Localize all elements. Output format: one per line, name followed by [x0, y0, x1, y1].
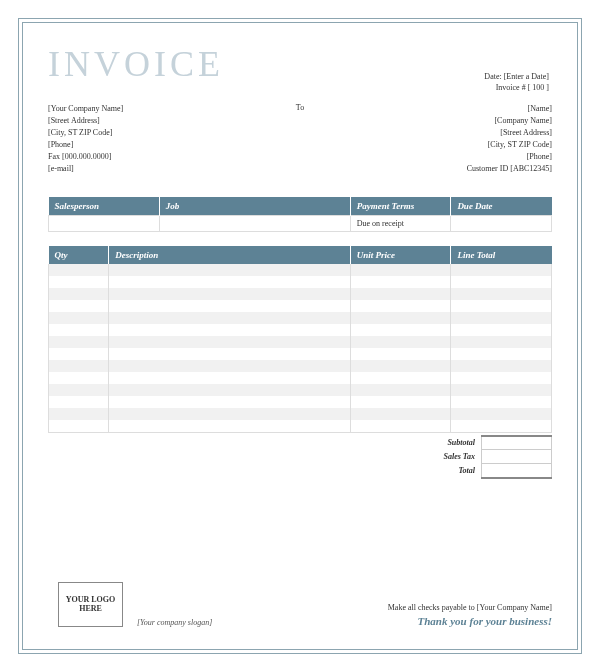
from-email: [e-mail] [48, 163, 123, 175]
table-row [49, 372, 552, 384]
table-row: Due on receipt [49, 216, 552, 232]
from-address: [Your Company Name] [Street Address] [Ci… [48, 103, 123, 175]
to-company: [Company Name] [467, 115, 552, 127]
th-salesperson: Salesperson [49, 197, 160, 216]
cell-job [159, 216, 350, 232]
table-row [49, 288, 552, 300]
cell-payment-terms: Due on receipt [350, 216, 451, 232]
salestax-value [482, 450, 552, 464]
table-row [49, 264, 552, 276]
table-row [49, 384, 552, 396]
table-row [49, 324, 552, 336]
table-row [49, 408, 552, 420]
cell-salesperson [49, 216, 160, 232]
from-city: [City, ST ZIP Code] [48, 127, 123, 139]
to-customer-id: Customer ID [ABC12345] [467, 163, 552, 175]
table-row [49, 420, 552, 432]
to-address: [Name] [Company Name] [Street Address] [… [467, 103, 552, 175]
invoice-document: INVOICE Date: [Enter a Date] Invoice # [… [22, 22, 578, 650]
to-name: [Name] [467, 103, 552, 115]
thanks-text: Thank you for your business! [388, 615, 552, 627]
salestax-label: Sales Tax [372, 450, 482, 464]
logo-placeholder: YOUR LOGO HERE [58, 582, 123, 627]
company-slogan: [Your company slogan] [137, 618, 212, 627]
from-fax: Fax [000.000.0000] [48, 151, 123, 163]
totals-block: Subtotal Sales Tax Total [48, 435, 552, 479]
table-row [49, 276, 552, 288]
subtotal-label: Subtotal [372, 436, 482, 450]
summary-table: Salesperson Job Payment Terms Due Date D… [48, 197, 552, 232]
th-qty: Qty [49, 246, 109, 264]
table-row [49, 312, 552, 324]
invoice-title: INVOICE [48, 43, 552, 85]
date-value: [Enter a Date] [504, 72, 549, 81]
th-job: Job [159, 197, 350, 216]
to-city: [City, ST ZIP Code] [467, 139, 552, 151]
to-street: [Street Address] [467, 127, 552, 139]
table-row [49, 396, 552, 408]
table-row [49, 348, 552, 360]
line-items-table: Qty Description Unit Price Line Total [48, 246, 552, 433]
th-line-total: Line Total [451, 246, 552, 264]
th-due-date: Due Date [451, 197, 552, 216]
to-label: To [296, 103, 304, 112]
th-unit-price: Unit Price [350, 246, 451, 264]
from-phone: [Phone] [48, 139, 123, 151]
total-label: Total [372, 464, 482, 478]
payable-text: Make all checks payable to [Your Company… [388, 603, 552, 612]
from-company: [Your Company Name] [48, 103, 123, 115]
subtotal-value [482, 436, 552, 450]
table-row [49, 300, 552, 312]
to-phone: [Phone] [467, 151, 552, 163]
table-row [49, 336, 552, 348]
table-row [49, 360, 552, 372]
invoice-num-label: Invoice # [496, 83, 526, 92]
invoice-num-value: [ 100 ] [528, 83, 549, 92]
invoice-meta: Date: [Enter a Date] Invoice # [ 100 ] [484, 71, 549, 93]
date-label: Date: [484, 72, 501, 81]
th-description: Description [109, 246, 350, 264]
from-street: [Street Address] [48, 115, 123, 127]
th-payment-terms: Payment Terms [350, 197, 451, 216]
total-value [482, 464, 552, 478]
cell-due-date [451, 216, 552, 232]
